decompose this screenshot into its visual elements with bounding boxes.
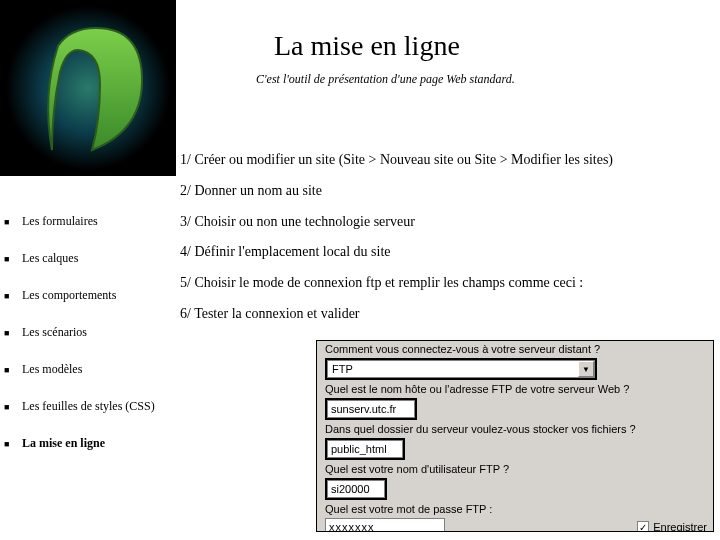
step-2: 2/ Donner un nom au site: [180, 183, 720, 200]
step-3: 3/ Choisir ou non une technologie serveu…: [180, 214, 720, 231]
step-list: 1/ Créer ou modifier un site (Site > Nou…: [180, 152, 720, 337]
bullet-icon: ■: [4, 362, 22, 375]
step-6: 6/ Tester la connexion et valider: [180, 306, 720, 323]
step-4: 4/ Définir l'emplacement local du site: [180, 244, 720, 261]
sidebar-item-css[interactable]: ■Les feuilles de styles (CSS): [0, 399, 176, 414]
dreamweaver-logo: [0, 0, 176, 176]
sidebar-item-scenarios[interactable]: ■Les scénarios: [0, 325, 176, 340]
step-5: 5/ Choisir le mode de connexion ftp et r…: [180, 275, 720, 292]
page-subtitle: C'est l'outil de présentation d'une page…: [256, 72, 515, 87]
sidebar-item-modeles[interactable]: ■Les modèles: [0, 362, 176, 377]
bullet-icon: ■: [4, 325, 22, 338]
label-user: Quel est votre nom d'utilisateur FTP ?: [317, 461, 713, 476]
bullet-icon: ■: [4, 251, 22, 264]
label-host: Quel est le nom hôte ou l'adresse FTP de…: [317, 381, 713, 396]
page-title: La mise en ligne: [274, 30, 460, 62]
sidebar-item-comportements[interactable]: ■Les comportements: [0, 288, 176, 303]
host-input[interactable]: [327, 400, 415, 418]
bullet-icon: ■: [4, 436, 22, 449]
ftp-settings-dialog: Comment vous connectez-vous à votre serv…: [316, 340, 714, 532]
save-checkbox[interactable]: ✓: [637, 521, 649, 532]
sidebar-item-formulaires[interactable]: ■Les formulaires: [0, 214, 176, 229]
folder-input[interactable]: [327, 440, 403, 458]
label-connection: Comment vous connectez-vous à votre serv…: [317, 341, 713, 356]
connection-select[interactable]: FTP ▼: [327, 360, 595, 378]
user-input[interactable]: [327, 480, 385, 498]
label-folder: Dans quel dossier du serveur voulez-vous…: [317, 421, 713, 436]
sidebar: ■Les formulaires ■Les calques ■Les compo…: [0, 214, 176, 473]
save-checkbox-label: Enregistrer: [653, 521, 707, 532]
label-pass: Quel est votre mot de passe FTP :: [317, 501, 713, 516]
chevron-down-icon[interactable]: ▼: [578, 361, 594, 377]
password-input[interactable]: [325, 518, 445, 532]
bullet-icon: ■: [4, 214, 22, 227]
bullet-icon: ■: [4, 399, 22, 412]
sidebar-item-calques[interactable]: ■Les calques: [0, 251, 176, 266]
step-1: 1/ Créer ou modifier un site (Site > Nou…: [180, 152, 720, 169]
sidebar-item-mise-en-ligne[interactable]: ■La mise en ligne: [0, 436, 176, 451]
bullet-icon: ■: [4, 288, 22, 301]
